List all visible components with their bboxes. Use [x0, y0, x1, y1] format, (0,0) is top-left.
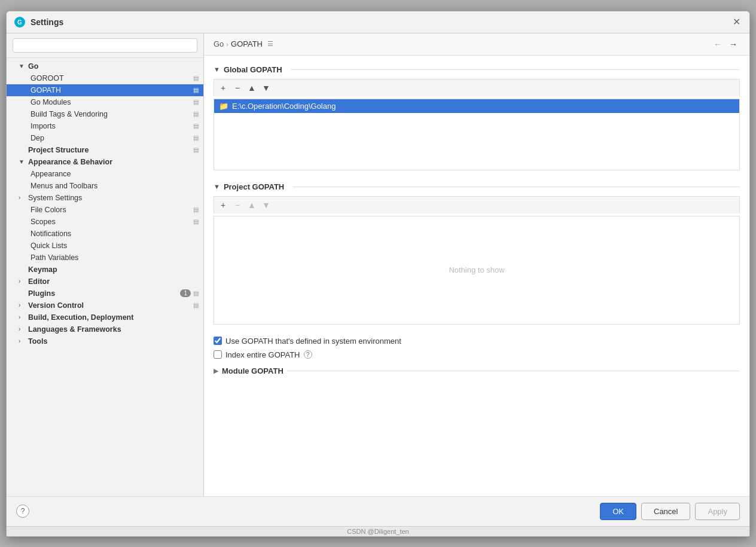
sidebar-item-editor[interactable]: › Editor	[7, 276, 203, 288]
sidebar-tree: ▼ Go GOROOT ▤ GOPATH ▤	[7, 58, 203, 496]
file-colors-icon: ▤	[193, 206, 199, 213]
project-gopath-title: Project GOPATH	[224, 182, 284, 191]
breadcrumb-sep: ›	[226, 41, 228, 48]
nav-arrows: ← →	[711, 38, 740, 50]
ps-icon: ▤	[193, 146, 199, 153]
breadcrumb-current: GOPATH	[231, 39, 263, 48]
nav-back-arrow[interactable]: ←	[711, 38, 724, 50]
project-add-button[interactable]: +	[217, 198, 230, 212]
be-expand-arrow: ›	[19, 314, 28, 320]
sidebar-item-plugins[interactable]: Plugins 1 ▤	[7, 288, 203, 300]
go-modules-label: Go Modules	[31, 98, 193, 106]
use-gopath-env-row: Use GOPATH that's defined in system envi…	[214, 337, 740, 346]
close-button[interactable]: ✕	[730, 16, 742, 28]
global-down-button[interactable]: ▼	[260, 81, 273, 94]
breadcrumb-menu-icon: ☰	[267, 40, 273, 48]
sidebar-item-file-colors[interactable]: File Colors ▤	[7, 204, 203, 216]
project-gopath-header: ▼ Project GOPATH	[214, 182, 740, 191]
sidebar-item-languages-frameworks[interactable]: › Languages & Frameworks	[7, 323, 203, 335]
right-panel: Go › GOPATH ☰ ← → ▼ Global GOPATH	[204, 33, 749, 496]
settings-dialog: G Settings ✕ 🔍 ▼ Go	[6, 11, 750, 537]
keymap-label: Keymap	[28, 265, 199, 274]
project-gopath-toolbar: + − ▲ ▼	[214, 196, 740, 213]
go-label: Go	[28, 62, 199, 71]
title-bar-left: G Settings	[14, 16, 63, 28]
sidebar-item-scopes[interactable]: Scopes ▤	[7, 216, 203, 228]
watermark: CSDN @Diligent_ten	[7, 526, 749, 536]
dialog-title: Settings	[31, 17, 63, 27]
use-gopath-env-label: Use GOPATH that's defined in system envi…	[225, 337, 401, 346]
tools-expand-arrow: ›	[19, 338, 28, 344]
sidebar-item-dep[interactable]: Dep ▤	[7, 132, 203, 144]
imports-label: Imports	[31, 122, 193, 130]
global-up-button[interactable]: ▲	[245, 81, 258, 94]
sidebar: 🔍 ▼ Go GOROOT ▤	[7, 33, 204, 496]
plugins-label: Plugins	[28, 289, 180, 298]
go-modules-icon: ▤	[193, 99, 199, 105]
vc-icon: ▤	[193, 302, 199, 308]
vc-expand-arrow: ›	[19, 302, 28, 308]
dep-label: Dep	[31, 134, 193, 142]
project-down-button: ▼	[260, 198, 273, 212]
sidebar-item-menus-toolbars[interactable]: Menus and Toolbars	[7, 180, 203, 192]
ok-button[interactable]: OK	[600, 503, 636, 520]
sidebar-item-appearance-behavior[interactable]: ▼ Appearance & Behavior	[7, 156, 203, 168]
global-gopath-toolbar: + − ▲ ▼	[214, 79, 740, 96]
global-gopath-list: 📁 E:\c.Operation\Coding\Golang	[214, 99, 740, 170]
folder-icon: 📁	[219, 102, 228, 111]
editor-label: Editor	[28, 277, 199, 286]
sidebar-item-notifications[interactable]: Notifications	[7, 228, 203, 240]
sidebar-item-imports[interactable]: Imports ▤	[7, 120, 203, 132]
sidebar-item-tools[interactable]: › Tools	[7, 335, 203, 347]
global-remove-button[interactable]: −	[231, 81, 244, 94]
search-input[interactable]	[13, 38, 197, 53]
global-gopath-path: E:\c.Operation\Coding\Golang	[232, 102, 336, 111]
global-gopath-header: ▼ Global GOPATH	[214, 65, 740, 74]
sidebar-item-version-control[interactable]: › Version Control ▤	[7, 300, 203, 311]
module-gopath-toggle[interactable]: ▶	[214, 367, 218, 375]
index-gopath-checkbox[interactable]	[214, 350, 222, 359]
index-gopath-row: Index entire GOPATH ?	[214, 350, 740, 359]
global-gopath-divider	[291, 69, 740, 70]
sidebar-item-go[interactable]: ▼ Go	[7, 60, 203, 72]
sidebar-item-keymap[interactable]: Keymap	[7, 264, 203, 276]
search-box: 🔍	[7, 33, 203, 58]
cancel-button[interactable]: Cancel	[641, 503, 690, 520]
appearance-behavior-label: Appearance & Behavior	[28, 158, 199, 166]
bottom-bar: ? OK Cancel Apply	[7, 496, 749, 526]
goroot-icon: ▤	[193, 75, 199, 81]
sidebar-item-appearance[interactable]: Appearance	[7, 168, 203, 180]
sidebar-item-system-settings[interactable]: › System Settings	[7, 192, 203, 204]
panel-content: ▼ Global GOPATH + − ▲ ▼ 📁 E:\c.Operation…	[204, 56, 749, 496]
index-gopath-help-icon[interactable]: ?	[304, 350, 312, 359]
project-gopath-section: ▼ Project GOPATH + − ▲ ▼ Nothing to show	[214, 182, 740, 325]
plugins-icon: ▤	[193, 290, 199, 297]
global-gopath-item[interactable]: 📁 E:\c.Operation\Coding\Golang	[214, 99, 739, 113]
imports-icon: ▤	[193, 123, 199, 129]
sidebar-item-path-variables[interactable]: Path Variables	[7, 252, 203, 264]
editor-expand-arrow: ›	[19, 278, 28, 285]
help-button[interactable]: ?	[16, 505, 29, 518]
bottom-actions: OK Cancel Apply	[600, 503, 740, 520]
apply-button[interactable]: Apply	[695, 503, 740, 520]
gopath-icon: ▤	[193, 87, 199, 93]
scopes-label: Scopes	[31, 218, 193, 226]
sidebar-item-project-structure[interactable]: Project Structure ▤	[7, 144, 203, 156]
project-gopath-toggle[interactable]: ▼	[214, 183, 220, 190]
sidebar-item-build-tags[interactable]: Build Tags & Vendoring ▤	[7, 108, 203, 120]
sidebar-item-quick-lists[interactable]: Quick Lists	[7, 240, 203, 252]
sidebar-item-build-execution[interactable]: › Build, Execution, Deployment	[7, 311, 203, 323]
sidebar-item-go-modules[interactable]: Go Modules ▤	[7, 96, 203, 108]
ab-expand-arrow: ▼	[19, 158, 28, 165]
sidebar-item-goroot[interactable]: GOROOT ▤	[7, 72, 203, 84]
index-gopath-label: Index entire GOPATH	[225, 350, 300, 359]
search-wrapper: 🔍	[13, 38, 197, 53]
use-gopath-env-checkbox[interactable]	[214, 337, 222, 345]
nav-forward-arrow[interactable]: →	[727, 38, 740, 50]
sidebar-item-gopath[interactable]: GOPATH ▤	[7, 84, 203, 96]
global-add-button[interactable]: +	[217, 81, 230, 94]
build-tags-label: Build Tags & Vendoring	[31, 110, 193, 118]
build-execution-label: Build, Execution, Deployment	[28, 313, 199, 322]
module-gopath-title: Module GOPATH	[222, 366, 284, 375]
global-gopath-toggle[interactable]: ▼	[214, 66, 220, 73]
